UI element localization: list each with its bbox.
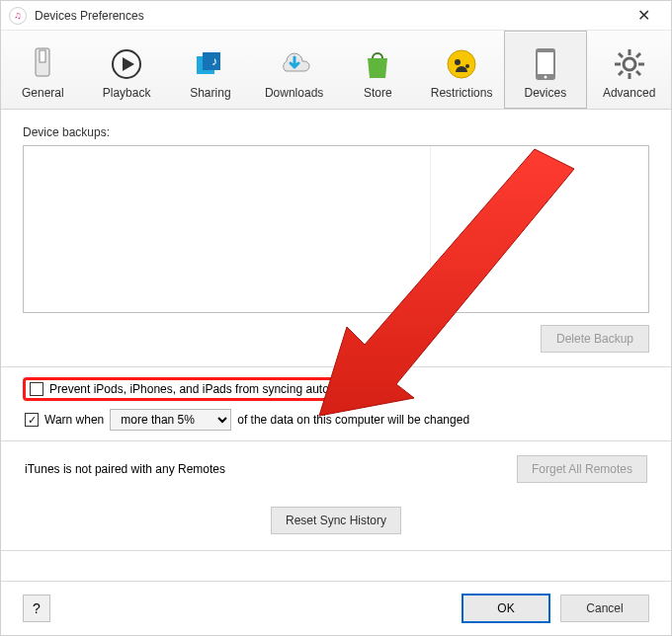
switch-icon <box>28 42 57 86</box>
close-button[interactable]: ✕ <box>624 6 663 25</box>
sharing-icon: ♪ <box>194 42 227 86</box>
svg-line-20 <box>636 53 640 57</box>
cancel-button[interactable]: Cancel <box>560 595 649 622</box>
tab-label: General <box>22 86 64 100</box>
svg-point-7 <box>448 50 475 78</box>
svg-point-8 <box>455 59 461 65</box>
tab-restrictions[interactable]: Restrictions <box>420 31 504 109</box>
help-button[interactable]: ? <box>23 595 50 622</box>
backup-list[interactable] <box>23 145 649 313</box>
svg-point-9 <box>465 64 469 68</box>
tab-store[interactable]: Store <box>336 31 420 109</box>
svg-line-21 <box>619 71 623 75</box>
svg-point-13 <box>624 58 635 70</box>
cloud-download-icon <box>277 42 312 86</box>
tab-downloads[interactable]: Downloads <box>252 31 336 109</box>
reset-sync-button[interactable]: Reset Sync History <box>271 507 401 534</box>
prefs-toolbar: General Playback ♪ Sharing Downloads Sto… <box>1 31 671 110</box>
titlebar: ♫ Devices Preferences ✕ <box>1 1 671 31</box>
restrictions-icon <box>446 42 477 86</box>
svg-text:♪: ♪ <box>211 54 217 68</box>
warn-checkbox[interactable] <box>25 413 39 427</box>
tab-label: Store <box>364 86 392 100</box>
prevent-sync-label: Prevent iPods, iPhones, and iPads from s… <box>49 382 376 396</box>
tab-general[interactable]: General <box>1 31 85 109</box>
tab-label: Downloads <box>265 86 323 100</box>
tab-advanced[interactable]: Advanced <box>587 31 671 109</box>
remotes-status: iTunes is not paired with any Remotes <box>25 462 225 476</box>
svg-line-18 <box>619 53 623 57</box>
svg-marker-3 <box>123 57 134 71</box>
annotation-highlight: Prevent iPods, iPhones, and iPads from s… <box>23 377 382 401</box>
svg-rect-1 <box>40 50 45 62</box>
tab-label: Devices <box>525 86 567 100</box>
tab-sharing[interactable]: ♪ Sharing <box>169 31 253 109</box>
column-divider <box>430 146 431 312</box>
dialog-footer: ? OK Cancel <box>1 581 671 635</box>
itunes-icon: ♫ <box>9 7 27 25</box>
tab-label: Sharing <box>190 86 230 100</box>
svg-line-19 <box>636 71 640 75</box>
tab-label: Playback <box>103 86 151 100</box>
tab-playback[interactable]: Playback <box>85 31 169 109</box>
forget-remotes-button[interactable]: Forget All Remotes <box>517 455 647 483</box>
warn-threshold-select[interactable]: more than 5% <box>110 409 231 431</box>
svg-rect-11 <box>538 52 553 74</box>
ok-button[interactable]: OK <box>462 594 550 623</box>
phone-icon <box>534 42 557 86</box>
delete-backup-button[interactable]: Delete Backup <box>541 325 649 353</box>
tab-label: Advanced <box>603 86 655 100</box>
play-icon <box>111 42 142 86</box>
window-title: Devices Preferences <box>35 9 624 23</box>
prevent-sync-checkbox[interactable] <box>30 382 43 396</box>
tab-label: Restrictions <box>431 86 493 100</box>
tab-devices[interactable]: Devices <box>504 31 588 109</box>
bag-icon <box>364 42 391 86</box>
warn-suffix: of the data on this computer will be cha… <box>237 413 469 427</box>
gear-icon <box>613 42 646 86</box>
divider <box>1 550 671 551</box>
backups-label: Device backups: <box>23 125 649 139</box>
warn-prefix: Warn when <box>44 413 104 427</box>
svg-point-12 <box>544 76 546 79</box>
content-area: Device backups: Delete Backup Prevent iP… <box>1 110 671 551</box>
